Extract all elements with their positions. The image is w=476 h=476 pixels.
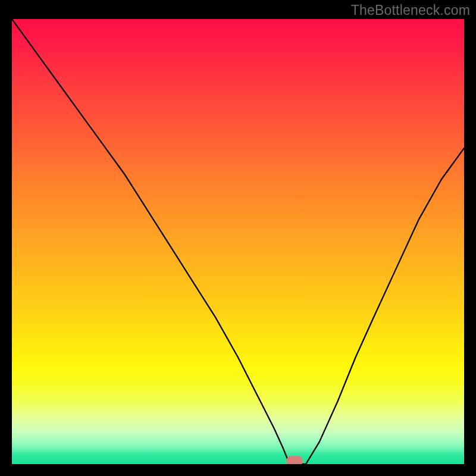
plot-area <box>12 19 464 464</box>
optimum-marker <box>286 456 303 465</box>
curve-path <box>12 19 464 464</box>
chart-frame: TheBottleneck.com <box>0 0 476 476</box>
bottleneck-curve <box>12 19 464 464</box>
watermark-text: TheBottleneck.com <box>351 2 470 18</box>
